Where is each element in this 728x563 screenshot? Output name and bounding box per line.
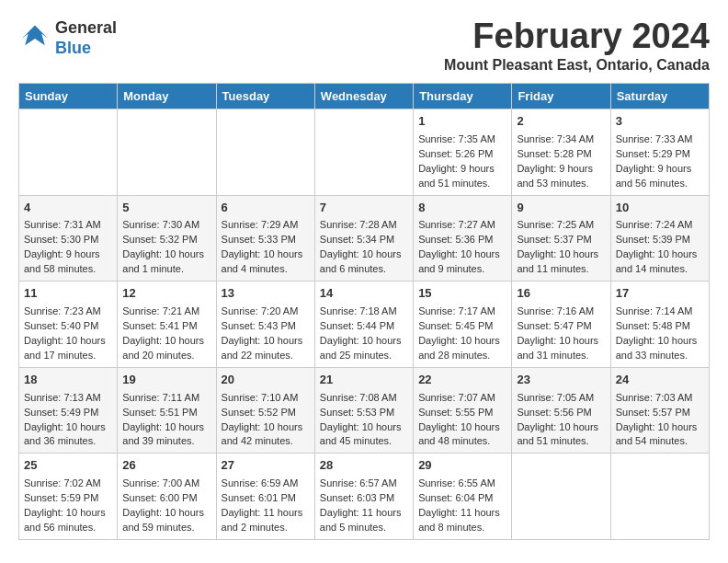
day-info: Sunrise: 7:29 AM Sunset: 5:33 PM Dayligh… [222,218,310,277]
calendar-week-1: 1Sunrise: 7:35 AM Sunset: 5:26 PM Daylig… [19,109,710,196]
day-info: Sunrise: 7:10 AM Sunset: 5:52 PM Dayligh… [222,391,310,450]
day-info: Sunrise: 7:23 AM Sunset: 5:40 PM Dayligh… [24,304,112,363]
day-number: 28 [320,457,408,475]
calendar-cell: 14Sunrise: 7:18 AM Sunset: 5:44 PM Dayli… [314,282,413,368]
calendar-cell: 8Sunrise: 7:27 AM Sunset: 5:36 PM Daylig… [414,195,512,282]
calendar-header-row: SundayMondayTuesdayWednesdayThursdayFrid… [19,84,710,109]
calendar-cell: 29Sunrise: 6:55 AM Sunset: 6:04 PM Dayli… [414,454,512,540]
day-info: Sunrise: 7:35 AM Sunset: 5:26 PM Dayligh… [418,132,506,191]
calendar-cell: 25Sunrise: 7:02 AM Sunset: 5:59 PM Dayli… [19,454,118,540]
day-info: Sunrise: 7:30 AM Sunset: 5:32 PM Dayligh… [122,218,210,277]
day-number: 7 [320,200,408,217]
day-info: Sunrise: 7:21 AM Sunset: 5:41 PM Dayligh… [122,304,210,363]
col-header-monday: Monday [118,84,216,109]
calendar-cell: 23Sunrise: 7:05 AM Sunset: 5:56 PM Dayli… [512,367,610,454]
day-number: 25 [24,457,112,475]
calendar-cell: 17Sunrise: 7:14 AM Sunset: 5:48 PM Dayli… [610,282,709,368]
col-header-thursday: Thursday [414,84,512,109]
calendar-cell: 1Sunrise: 7:35 AM Sunset: 5:26 PM Daylig… [414,109,512,196]
day-info: Sunrise: 6:59 AM Sunset: 6:01 PM Dayligh… [222,477,310,535]
day-number: 10 [616,200,704,217]
col-header-saturday: Saturday [610,84,709,109]
calendar-cell: 24Sunrise: 7:03 AM Sunset: 5:57 PM Dayli… [610,367,709,454]
day-number: 23 [517,372,605,389]
day-info: Sunrise: 7:28 AM Sunset: 5:34 PM Dayligh… [320,218,408,277]
calendar-cell: 21Sunrise: 7:08 AM Sunset: 5:53 PM Dayli… [314,367,413,454]
day-number: 1 [418,113,506,131]
day-info: Sunrise: 7:11 AM Sunset: 5:51 PM Dayligh… [122,391,210,450]
calendar-cell: 11Sunrise: 7:23 AM Sunset: 5:40 PM Dayli… [19,282,118,368]
calendar-cell: 20Sunrise: 7:10 AM Sunset: 5:52 PM Dayli… [216,367,314,454]
day-info: Sunrise: 7:05 AM Sunset: 5:56 PM Dayligh… [517,391,605,450]
calendar-week-4: 18Sunrise: 7:13 AM Sunset: 5:49 PM Dayli… [19,367,710,454]
day-number: 3 [616,113,704,131]
calendar-cell: 15Sunrise: 7:17 AM Sunset: 5:45 PM Dayli… [414,282,512,368]
day-info: Sunrise: 7:16 AM Sunset: 5:47 PM Dayligh… [517,304,605,363]
col-header-wednesday: Wednesday [314,84,413,109]
day-number: 11 [24,285,112,303]
calendar-week-2: 4Sunrise: 7:31 AM Sunset: 5:30 PM Daylig… [19,195,710,282]
day-info: Sunrise: 7:18 AM Sunset: 5:44 PM Dayligh… [320,304,408,363]
title-block: February 2024 Mount Pleasant East, Ontar… [444,18,710,74]
day-info: Sunrise: 7:33 AM Sunset: 5:29 PM Dayligh… [616,132,704,191]
calendar-cell: 9Sunrise: 7:25 AM Sunset: 5:37 PM Daylig… [512,195,610,282]
day-info: Sunrise: 7:17 AM Sunset: 5:45 PM Dayligh… [418,304,506,363]
calendar-cell [19,109,118,196]
page-header: General Blue February 2024 Mount Pleasan… [18,18,710,74]
day-info: Sunrise: 7:07 AM Sunset: 5:55 PM Dayligh… [418,391,506,450]
day-number: 26 [122,457,210,475]
day-number: 19 [122,372,210,389]
day-number: 13 [222,285,310,303]
day-number: 16 [517,285,605,303]
day-info: Sunrise: 7:27 AM Sunset: 5:36 PM Dayligh… [418,218,506,277]
day-info: Sunrise: 7:02 AM Sunset: 5:59 PM Dayligh… [24,477,112,535]
calendar-cell: 2Sunrise: 7:34 AM Sunset: 5:28 PM Daylig… [512,109,610,196]
calendar-cell: 19Sunrise: 7:11 AM Sunset: 5:51 PM Dayli… [118,367,216,454]
calendar-cell [314,109,413,196]
day-number: 14 [320,285,408,303]
calendar-cell: 6Sunrise: 7:29 AM Sunset: 5:33 PM Daylig… [216,195,314,282]
day-number: 27 [222,457,310,475]
calendar-cell: 12Sunrise: 7:21 AM Sunset: 5:41 PM Dayli… [118,282,216,368]
day-info: Sunrise: 7:24 AM Sunset: 5:39 PM Dayligh… [616,218,704,277]
day-info: Sunrise: 7:08 AM Sunset: 5:53 PM Dayligh… [320,391,408,450]
month-title: February 2024 [444,18,710,53]
col-header-tuesday: Tuesday [216,84,314,109]
calendar-cell: 26Sunrise: 7:00 AM Sunset: 6:00 PM Dayli… [118,454,216,540]
day-info: Sunrise: 7:14 AM Sunset: 5:48 PM Dayligh… [616,304,704,363]
day-info: Sunrise: 6:57 AM Sunset: 6:03 PM Dayligh… [320,477,408,535]
day-info: Sunrise: 7:20 AM Sunset: 5:43 PM Dayligh… [222,304,310,363]
logo-icon [18,22,51,55]
calendar-week-3: 11Sunrise: 7:23 AM Sunset: 5:40 PM Dayli… [19,282,710,368]
day-info: Sunrise: 7:03 AM Sunset: 5:57 PM Dayligh… [616,391,704,450]
day-number: 17 [616,285,704,303]
day-number: 8 [418,200,506,217]
day-number: 15 [418,285,506,303]
day-number: 18 [24,372,112,389]
location-subtitle: Mount Pleasant East, Ontario, Canada [444,57,710,74]
day-number: 2 [517,113,605,131]
day-number: 29 [418,457,506,475]
calendar-cell: 7Sunrise: 7:28 AM Sunset: 5:34 PM Daylig… [314,195,413,282]
calendar-cell: 5Sunrise: 7:30 AM Sunset: 5:32 PM Daylig… [118,195,216,282]
calendar-cell: 27Sunrise: 6:59 AM Sunset: 6:01 PM Dayli… [216,454,314,540]
day-number: 6 [222,200,310,217]
calendar-cell: 22Sunrise: 7:07 AM Sunset: 5:55 PM Dayli… [414,367,512,454]
day-number: 12 [122,285,210,303]
day-info: Sunrise: 7:13 AM Sunset: 5:49 PM Dayligh… [24,391,112,450]
day-number: 22 [418,372,506,389]
day-number: 20 [222,372,310,389]
col-header-sunday: Sunday [19,84,118,109]
calendar-cell: 16Sunrise: 7:16 AM Sunset: 5:47 PM Dayli… [512,282,610,368]
calendar-cell: 28Sunrise: 6:57 AM Sunset: 6:03 PM Dayli… [314,454,413,540]
day-number: 5 [122,200,210,217]
calendar-cell: 4Sunrise: 7:31 AM Sunset: 5:30 PM Daylig… [19,195,118,282]
day-number: 9 [517,200,605,217]
calendar-week-5: 25Sunrise: 7:02 AM Sunset: 5:59 PM Dayli… [19,454,710,540]
calendar-cell: 18Sunrise: 7:13 AM Sunset: 5:49 PM Dayli… [19,367,118,454]
svg-marker-0 [22,25,49,45]
logo-text: General Blue [55,18,117,58]
day-number: 4 [24,200,112,217]
col-header-friday: Friday [512,84,610,109]
calendar-cell [610,454,709,540]
